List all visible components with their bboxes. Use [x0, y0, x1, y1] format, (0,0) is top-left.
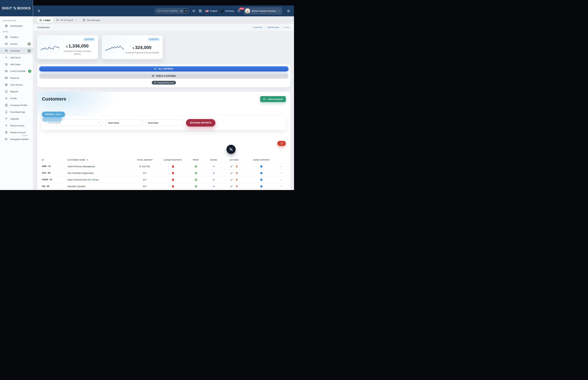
sidebar-item-user-rooms[interactable]: User Rooms	[0, 81, 33, 88]
currency-selector[interactable]: Currency	[221, 9, 234, 12]
print-icon[interactable]	[194, 165, 197, 168]
user-menu[interactable]: Mohsin Nawab Chandna	[244, 7, 282, 15]
revenue-reports-button[interactable]: REVENUE REPORTS	[186, 119, 215, 127]
aging-report-icon[interactable]	[260, 185, 263, 188]
menu-button[interactable]	[37, 8, 41, 13]
sidebar-item-product[interactable]: Product	[0, 34, 33, 40]
sidebar-item-delete-account[interactable]: Delete Account Caution	[0, 129, 33, 136]
delete-icon[interactable]	[235, 185, 238, 188]
delete-icon[interactable]	[235, 178, 238, 181]
banknote-icon	[5, 70, 8, 73]
tab-task-manager[interactable]: Task Manager	[80, 17, 103, 23]
todays-entries-button[interactable]: TODAY'S ENTRIES	[39, 74, 288, 78]
notifications-button[interactable]: 1910	[237, 9, 241, 13]
sidebar-item-reports[interactable]: Reports	[0, 88, 33, 95]
end-date-input[interactable]	[146, 120, 183, 126]
table-header-row: ID CUSTOMER NAME TOTAL AMOUNT LEDGER REP…	[42, 157, 286, 163]
app-logo[interactable]: DIGIT BOOKS	[0, 0, 33, 16]
share-icon[interactable]	[212, 165, 215, 168]
table-row[interactable]: AFA - 59 Abu FaizUllah (Afganistan) $ 0	[42, 170, 286, 176]
visibility-toggle-button[interactable]	[184, 9, 188, 13]
apps-grid-icon[interactable]	[199, 9, 202, 13]
breadcrumb-bar: Customers Customer Dashboards Detail	[33, 24, 294, 31]
sidebar-item-dashboards[interactable]: Dashboards	[0, 22, 33, 29]
edit-icon[interactable]	[230, 165, 233, 168]
header-total-amount: TOTAL AMOUNT	[137, 159, 153, 161]
header-share: SHARE	[210, 159, 217, 161]
sidebar-item-upgrade[interactable]: Upgrade	[0, 115, 33, 122]
sidebar-item-add-sales[interactable]: Add Sales	[0, 61, 33, 68]
print-icon[interactable]	[194, 172, 197, 174]
aging-report-icon[interactable]	[260, 172, 263, 174]
new-customer-button[interactable]: + New Customer	[260, 96, 286, 102]
pdf-icon[interactable]	[171, 172, 174, 174]
customer-id: AQ - 60	[42, 185, 49, 188]
expand-row-icon[interactable]	[280, 172, 283, 174]
settings-button[interactable]	[285, 8, 291, 14]
expand-row-icon[interactable]	[280, 165, 283, 168]
sidebar-item-cash-bank[interactable]: CASH & BANK 4	[0, 68, 33, 75]
sidebar-item-customer[interactable]: Customer 2	[0, 47, 33, 54]
tab-hr-payroll[interactable]: HR & Payroll	[54, 17, 79, 23]
share-icon[interactable]	[212, 172, 215, 174]
clipboard-icon	[82, 19, 85, 21]
sidebar-item-shortcut-keys[interactable]: Shortcut Keys	[0, 122, 33, 129]
sidebar-item-company-profile[interactable]: Company Profile	[0, 102, 33, 109]
sidebar-item-vendor[interactable]: Vendor 2	[0, 40, 33, 47]
aging-report-icon[interactable]	[260, 165, 263, 168]
sidebar-item-label: Delete Account	[10, 131, 26, 134]
breadcrumb-dashboards[interactable]: Dashboards	[267, 26, 279, 29]
share-icon[interactable]	[212, 185, 215, 188]
pdf-icon[interactable]	[171, 185, 174, 188]
language-selector[interactable]: English	[205, 10, 217, 12]
aging-report-icon[interactable]	[260, 178, 263, 181]
delete-icon[interactable]	[235, 165, 238, 168]
print-icon[interactable]	[194, 185, 197, 188]
share-icon[interactable]	[212, 178, 215, 181]
viewing-records-pill[interactable]: Viewing All Records	[152, 81, 176, 85]
customers-panel: Customers + New Customer REPORTS -->TO--…	[37, 92, 291, 190]
breadcrumb-customer[interactable]: Customer	[253, 26, 262, 29]
hidden-pill	[42, 117, 62, 122]
table-row[interactable]: ARR - 47 Abdul Rehman (Rawalpindi) $ -91…	[42, 163, 286, 170]
sidebar-item-label: Expense	[10, 77, 19, 79]
expand-row-icon[interactable]	[280, 185, 283, 188]
ai-search-input[interactable]	[157, 10, 179, 12]
sidebar-item-label: Dashboards	[10, 25, 23, 27]
sort-asc-icon[interactable]	[86, 159, 89, 161]
all-entries-button[interactable]: ALL ENTRIES	[39, 66, 288, 72]
reports-pill-button[interactable]: REPORTS -->TO-->	[42, 112, 65, 117]
building-icon	[5, 104, 8, 107]
sidebar-item-label: Vendor	[10, 43, 18, 45]
sidebar-item-add-stock[interactable]: Add Stock	[0, 54, 33, 61]
customer-name: Akbar General Store (R.Y.Khan)	[67, 178, 99, 181]
refresh-button[interactable]	[277, 141, 286, 146]
expand-row-icon[interactable]	[280, 178, 283, 181]
pdf-icon[interactable]	[171, 165, 174, 168]
grid-icon	[5, 24, 8, 27]
tab-ledger[interactable]: Ledger	[37, 17, 53, 23]
pdf-icon[interactable]	[171, 178, 174, 181]
list-icon	[154, 68, 157, 70]
customer-id: AGSR - 67	[42, 178, 52, 181]
plus-icon	[5, 56, 8, 59]
sidebar-item-expense[interactable]: Expense	[0, 75, 33, 81]
delete-icon[interactable]	[235, 172, 238, 174]
sidebar-item-label: Add Sales	[10, 63, 21, 66]
start-date-input[interactable]	[106, 120, 143, 126]
topbar: English Currency 1910 Mohsin Nawab Chand…	[33, 0, 294, 16]
table-row[interactable]: AGSR - 67 Akbar General Store (R.Y.Khan)…	[42, 176, 286, 183]
edit-icon[interactable]	[230, 178, 233, 181]
sidebar-item-profile[interactable]: Profile	[0, 95, 33, 102]
heading-divider	[69, 97, 69, 102]
kpi-value-block: $ 324,000 Customer Payment (Current Mont…	[125, 45, 160, 54]
fullscreen-icon[interactable]	[192, 9, 195, 13]
kpi-row: LIVE KPI $ 1,336,050 Customer Purchase (…	[37, 35, 291, 59]
edit-icon[interactable]	[230, 172, 233, 174]
edit-icon[interactable]	[230, 185, 233, 188]
cloud-upload-icon[interactable]	[180, 10, 183, 12]
print-icon[interactable]	[194, 178, 197, 181]
sidebar-item-navigation-builder[interactable]: Navigation Builder	[0, 136, 33, 143]
table-row[interactable]: AQ - 60 Allauddin (Quetta) $ 0	[42, 183, 286, 190]
sidebar-item-download-app[interactable]: Download App	[0, 109, 33, 115]
